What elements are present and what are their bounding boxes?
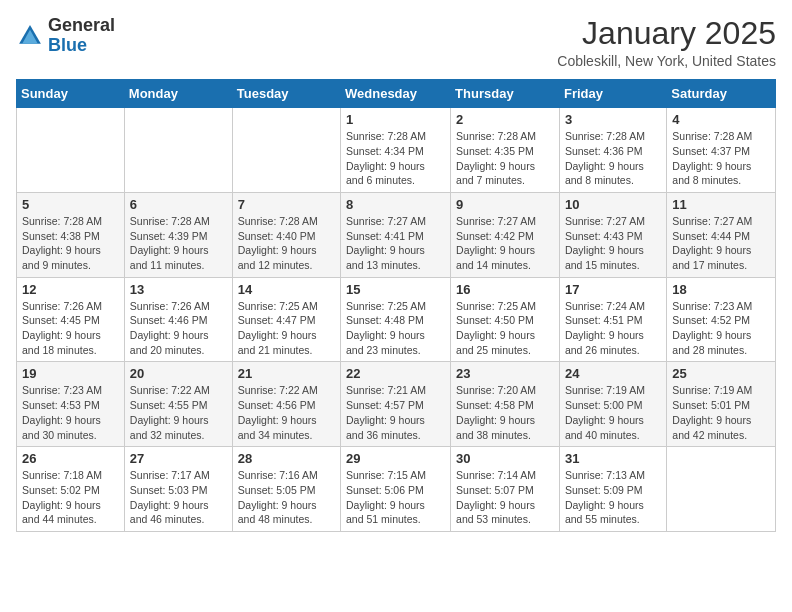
day-cell: 5Sunrise: 7:28 AMSunset: 4:38 PMDaylight…	[17, 192, 125, 277]
day-cell: 25Sunrise: 7:19 AMSunset: 5:01 PMDayligh…	[667, 362, 776, 447]
day-cell	[17, 108, 125, 193]
day-cell: 14Sunrise: 7:25 AMSunset: 4:47 PMDayligh…	[232, 277, 340, 362]
day-cell: 30Sunrise: 7:14 AMSunset: 5:07 PMDayligh…	[451, 447, 560, 532]
day-number: 2	[456, 112, 554, 127]
day-number: 6	[130, 197, 227, 212]
weekday-header-sunday: Sunday	[17, 80, 125, 108]
day-number: 25	[672, 366, 770, 381]
day-number: 3	[565, 112, 661, 127]
day-cell: 12Sunrise: 7:26 AMSunset: 4:45 PMDayligh…	[17, 277, 125, 362]
day-cell: 4Sunrise: 7:28 AMSunset: 4:37 PMDaylight…	[667, 108, 776, 193]
day-cell: 8Sunrise: 7:27 AMSunset: 4:41 PMDaylight…	[341, 192, 451, 277]
day-info: Sunrise: 7:28 AMSunset: 4:34 PMDaylight:…	[346, 129, 445, 188]
week-row-4: 19Sunrise: 7:23 AMSunset: 4:53 PMDayligh…	[17, 362, 776, 447]
day-cell: 2Sunrise: 7:28 AMSunset: 4:35 PMDaylight…	[451, 108, 560, 193]
weekday-header-monday: Monday	[124, 80, 232, 108]
logo-icon	[16, 22, 44, 50]
day-info: Sunrise: 7:19 AMSunset: 5:01 PMDaylight:…	[672, 383, 770, 442]
week-row-3: 12Sunrise: 7:26 AMSunset: 4:45 PMDayligh…	[17, 277, 776, 362]
day-info: Sunrise: 7:14 AMSunset: 5:07 PMDaylight:…	[456, 468, 554, 527]
day-info: Sunrise: 7:27 AMSunset: 4:41 PMDaylight:…	[346, 214, 445, 273]
day-info: Sunrise: 7:25 AMSunset: 4:50 PMDaylight:…	[456, 299, 554, 358]
weekday-header-wednesday: Wednesday	[341, 80, 451, 108]
weekday-header-tuesday: Tuesday	[232, 80, 340, 108]
day-number: 14	[238, 282, 335, 297]
week-row-1: 1Sunrise: 7:28 AMSunset: 4:34 PMDaylight…	[17, 108, 776, 193]
day-number: 7	[238, 197, 335, 212]
day-number: 13	[130, 282, 227, 297]
day-cell: 7Sunrise: 7:28 AMSunset: 4:40 PMDaylight…	[232, 192, 340, 277]
day-cell: 28Sunrise: 7:16 AMSunset: 5:05 PMDayligh…	[232, 447, 340, 532]
day-info: Sunrise: 7:15 AMSunset: 5:06 PMDaylight:…	[346, 468, 445, 527]
day-info: Sunrise: 7:28 AMSunset: 4:35 PMDaylight:…	[456, 129, 554, 188]
day-number: 17	[565, 282, 661, 297]
day-cell: 31Sunrise: 7:13 AMSunset: 5:09 PMDayligh…	[559, 447, 666, 532]
day-number: 21	[238, 366, 335, 381]
day-info: Sunrise: 7:28 AMSunset: 4:37 PMDaylight:…	[672, 129, 770, 188]
day-number: 5	[22, 197, 119, 212]
day-number: 22	[346, 366, 445, 381]
title-block: January 2025 Cobleskill, New York, Unite…	[557, 16, 776, 69]
day-number: 11	[672, 197, 770, 212]
day-cell: 20Sunrise: 7:22 AMSunset: 4:55 PMDayligh…	[124, 362, 232, 447]
day-number: 4	[672, 112, 770, 127]
day-number: 1	[346, 112, 445, 127]
day-cell: 9Sunrise: 7:27 AMSunset: 4:42 PMDaylight…	[451, 192, 560, 277]
day-info: Sunrise: 7:17 AMSunset: 5:03 PMDaylight:…	[130, 468, 227, 527]
day-info: Sunrise: 7:20 AMSunset: 4:58 PMDaylight:…	[456, 383, 554, 442]
day-cell: 18Sunrise: 7:23 AMSunset: 4:52 PMDayligh…	[667, 277, 776, 362]
day-cell: 24Sunrise: 7:19 AMSunset: 5:00 PMDayligh…	[559, 362, 666, 447]
day-info: Sunrise: 7:19 AMSunset: 5:00 PMDaylight:…	[565, 383, 661, 442]
day-number: 10	[565, 197, 661, 212]
day-number: 15	[346, 282, 445, 297]
day-cell: 3Sunrise: 7:28 AMSunset: 4:36 PMDaylight…	[559, 108, 666, 193]
day-info: Sunrise: 7:23 AMSunset: 4:52 PMDaylight:…	[672, 299, 770, 358]
day-number: 19	[22, 366, 119, 381]
day-cell: 26Sunrise: 7:18 AMSunset: 5:02 PMDayligh…	[17, 447, 125, 532]
day-cell	[124, 108, 232, 193]
day-info: Sunrise: 7:25 AMSunset: 4:48 PMDaylight:…	[346, 299, 445, 358]
day-cell: 10Sunrise: 7:27 AMSunset: 4:43 PMDayligh…	[559, 192, 666, 277]
day-cell: 16Sunrise: 7:25 AMSunset: 4:50 PMDayligh…	[451, 277, 560, 362]
day-cell: 23Sunrise: 7:20 AMSunset: 4:58 PMDayligh…	[451, 362, 560, 447]
day-cell: 11Sunrise: 7:27 AMSunset: 4:44 PMDayligh…	[667, 192, 776, 277]
day-cell: 15Sunrise: 7:25 AMSunset: 4:48 PMDayligh…	[341, 277, 451, 362]
day-info: Sunrise: 7:26 AMSunset: 4:46 PMDaylight:…	[130, 299, 227, 358]
day-info: Sunrise: 7:23 AMSunset: 4:53 PMDaylight:…	[22, 383, 119, 442]
day-info: Sunrise: 7:26 AMSunset: 4:45 PMDaylight:…	[22, 299, 119, 358]
day-cell: 22Sunrise: 7:21 AMSunset: 4:57 PMDayligh…	[341, 362, 451, 447]
day-cell: 19Sunrise: 7:23 AMSunset: 4:53 PMDayligh…	[17, 362, 125, 447]
day-cell: 29Sunrise: 7:15 AMSunset: 5:06 PMDayligh…	[341, 447, 451, 532]
week-row-2: 5Sunrise: 7:28 AMSunset: 4:38 PMDaylight…	[17, 192, 776, 277]
day-cell: 27Sunrise: 7:17 AMSunset: 5:03 PMDayligh…	[124, 447, 232, 532]
logo-general: General	[48, 15, 115, 35]
day-info: Sunrise: 7:28 AMSunset: 4:36 PMDaylight:…	[565, 129, 661, 188]
weekday-header-saturday: Saturday	[667, 80, 776, 108]
day-number: 26	[22, 451, 119, 466]
day-info: Sunrise: 7:28 AMSunset: 4:39 PMDaylight:…	[130, 214, 227, 273]
day-info: Sunrise: 7:21 AMSunset: 4:57 PMDaylight:…	[346, 383, 445, 442]
header: General Blue January 2025 Cobleskill, Ne…	[16, 16, 776, 69]
location: Cobleskill, New York, United States	[557, 53, 776, 69]
day-number: 27	[130, 451, 227, 466]
day-number: 18	[672, 282, 770, 297]
day-info: Sunrise: 7:28 AMSunset: 4:38 PMDaylight:…	[22, 214, 119, 273]
day-info: Sunrise: 7:22 AMSunset: 4:55 PMDaylight:…	[130, 383, 227, 442]
day-number: 8	[346, 197, 445, 212]
day-info: Sunrise: 7:22 AMSunset: 4:56 PMDaylight:…	[238, 383, 335, 442]
day-cell: 21Sunrise: 7:22 AMSunset: 4:56 PMDayligh…	[232, 362, 340, 447]
day-number: 31	[565, 451, 661, 466]
logo-blue: Blue	[48, 35, 87, 55]
logo: General Blue	[16, 16, 115, 56]
day-number: 23	[456, 366, 554, 381]
day-info: Sunrise: 7:24 AMSunset: 4:51 PMDaylight:…	[565, 299, 661, 358]
day-number: 20	[130, 366, 227, 381]
day-info: Sunrise: 7:27 AMSunset: 4:43 PMDaylight:…	[565, 214, 661, 273]
day-info: Sunrise: 7:27 AMSunset: 4:44 PMDaylight:…	[672, 214, 770, 273]
page: General Blue January 2025 Cobleskill, Ne…	[0, 0, 792, 548]
day-number: 28	[238, 451, 335, 466]
day-number: 9	[456, 197, 554, 212]
logo-text: General Blue	[48, 16, 115, 56]
day-info: Sunrise: 7:13 AMSunset: 5:09 PMDaylight:…	[565, 468, 661, 527]
day-info: Sunrise: 7:16 AMSunset: 5:05 PMDaylight:…	[238, 468, 335, 527]
